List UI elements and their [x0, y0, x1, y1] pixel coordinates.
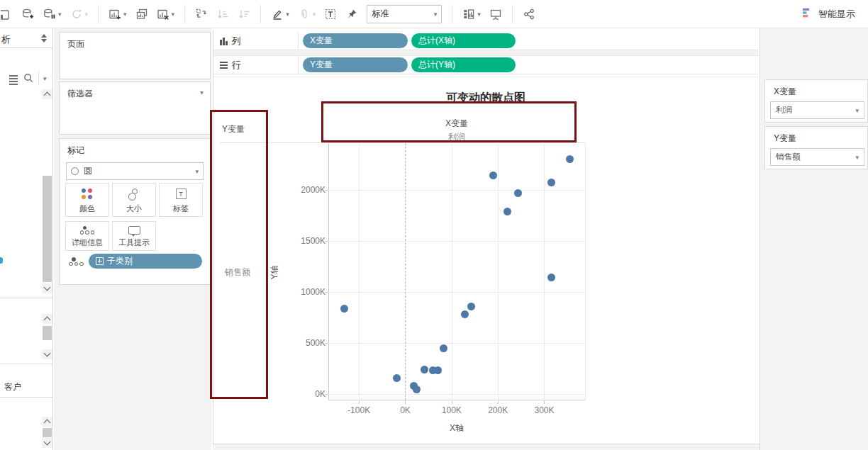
scatter-mark[interactable] — [514, 189, 522, 197]
marks-card-title: 标记 — [67, 145, 84, 157]
pause-auto-updates-icon — [43, 8, 56, 21]
view-options-caret-icon[interactable]: ▾ — [43, 75, 47, 82]
detail-icon — [80, 226, 95, 235]
size-button[interactable]: 大小 — [112, 183, 156, 217]
label-button-label: 标签 — [173, 204, 189, 213]
rows-pill-sum-y-axis[interactable]: 总计(Y轴) — [411, 57, 516, 72]
swap-rows-columns-button[interactable] — [191, 4, 212, 25]
tooltip-button-label: 工具提示 — [118, 238, 150, 247]
new-worksheet-caret-icon: ▾ — [123, 11, 127, 18]
group-members-caret-icon: ▾ — [313, 11, 316, 18]
rows-pill-y-variable[interactable]: Y变量 — [303, 57, 408, 72]
x-tick-mark — [452, 400, 452, 404]
pause-auto-updates-caret-icon: ▾ — [58, 11, 62, 18]
column-header[interactable]: 利润 — [328, 131, 585, 143]
x-parameter-select[interactable]: 利润 ▾ — [770, 101, 864, 119]
scatter-mark[interactable] — [393, 374, 401, 382]
clear-sheet-button[interactable]: ▾ — [152, 4, 179, 25]
expand-box-icon[interactable] — [96, 257, 104, 265]
detail-button[interactable]: 详细信息 — [65, 221, 109, 251]
scroll-down-button[interactable] — [42, 349, 52, 359]
x-tick-mark — [498, 400, 499, 404]
fit-mode-select[interactable]: 标准▾ — [367, 5, 442, 23]
duplicate-sheet-button[interactable] — [131, 4, 152, 25]
swap-rows-columns-icon — [195, 8, 208, 21]
scatter-mark[interactable] — [340, 305, 348, 313]
x-gridline — [452, 143, 452, 400]
clear-sheet-icon — [157, 8, 169, 21]
scatter-mark[interactable] — [461, 310, 469, 318]
scrollbar-thumb[interactable] — [43, 326, 52, 340]
y-tick-mark — [325, 241, 328, 242]
sort-fields-toggle-icon[interactable] — [41, 34, 47, 43]
pause-auto-updates-button[interactable]: ▾ — [39, 4, 66, 25]
scatter-mark[interactable] — [503, 208, 511, 215]
x-tick-label: 200K — [477, 405, 519, 415]
y-axis-line — [328, 143, 329, 400]
label-button[interactable]: T 标签 — [159, 183, 203, 217]
row-header[interactable]: 销售额 — [225, 266, 250, 279]
scatter-mark[interactable] — [440, 344, 447, 352]
add-data-source-button[interactable] — [18, 4, 39, 25]
columns-pill-x-variable[interactable]: X变量 — [303, 33, 408, 48]
x-parameter-title: X变量 — [774, 86, 796, 98]
x-gridline — [544, 143, 545, 400]
fix-axes-icon — [345, 8, 358, 21]
detail-pill-label: 子类别 — [107, 255, 133, 267]
scatter-mark[interactable] — [547, 274, 555, 281]
scroll-up-button[interactable] — [42, 89, 52, 99]
highlight-button[interactable]: ▾ — [267, 4, 294, 25]
scatter-mark[interactable] — [413, 386, 421, 393]
new-worksheet-button[interactable]: ▾ — [104, 4, 131, 25]
list-view-icon[interactable] — [9, 75, 18, 85]
columns-pill-sum-x-axis[interactable]: 总计(X轴) — [411, 33, 516, 48]
presentation-mode-button[interactable] — [485, 4, 506, 25]
scatter-mark[interactable] — [421, 366, 428, 373]
refresh-data-caret-icon: ▾ — [85, 11, 89, 18]
scroll-up-button[interactable] — [42, 314, 52, 324]
smart-show-button[interactable]: 智能显示 — [794, 6, 862, 22]
share-workbook-button[interactable] — [518, 4, 540, 25]
x-variable-parameter-card: X变量 利润 ▾ — [764, 79, 868, 123]
scrollbar-thumb[interactable] — [43, 176, 52, 282]
mark-type-select[interactable]: 圆 ▾ — [66, 162, 204, 180]
scatter-plot-area[interactable] — [328, 143, 586, 400]
detail-shelf-icon — [69, 257, 84, 266]
sort-ascending-button — [212, 4, 233, 25]
scroll-up-button[interactable] — [42, 417, 52, 427]
tooltip-button[interactable]: 工具提示 — [112, 221, 156, 251]
rows-shelf-label: 行 — [220, 59, 241, 72]
show-hide-cards-caret-icon: ▾ — [477, 11, 481, 18]
scroll-down-button[interactable] — [42, 438, 52, 448]
y-variable-parameter-card: Y变量 销售额 ▾ — [764, 126, 868, 169]
presentation-mode-icon — [489, 8, 502, 21]
search-icon[interactable] — [23, 72, 34, 86]
add-data-source-icon — [22, 8, 35, 21]
filters-card-menu-caret[interactable]: ▾ — [200, 89, 204, 96]
zero-line — [405, 143, 406, 400]
pages-card: 页面 — [59, 32, 211, 79]
y-gridline — [328, 190, 585, 191]
y-gridline — [328, 241, 585, 242]
text-label-button[interactable] — [320, 4, 341, 25]
rows-icon — [220, 62, 228, 69]
size-icon — [128, 189, 140, 200]
subcategory-detail-pill[interactable]: 子类别 — [89, 254, 202, 269]
y-tick-mark — [325, 394, 328, 395]
color-button[interactable]: 颜色 — [65, 183, 109, 217]
scatter-mark[interactable] — [489, 171, 497, 179]
y-gridline — [328, 343, 585, 344]
scatter-mark[interactable] — [434, 366, 442, 374]
new-workbook-button[interactable] — [0, 4, 18, 25]
analytics-tab-label: 析 — [1, 33, 11, 46]
x-tick-label: 0K — [384, 405, 426, 415]
y-parameter-select[interactable]: 销售额 ▾ — [770, 148, 864, 166]
scatter-mark[interactable] — [547, 179, 555, 186]
show-hide-cards-button[interactable]: ▾ — [458, 4, 485, 25]
scrollbar-thumb[interactable] — [43, 428, 52, 437]
scatter-mark[interactable] — [467, 303, 475, 310]
scroll-down-button[interactable] — [42, 283, 52, 293]
x-parameter-value: 利润 — [776, 105, 792, 116]
fix-axes-button[interactable] — [341, 4, 362, 25]
scatter-mark[interactable] — [566, 155, 574, 163]
